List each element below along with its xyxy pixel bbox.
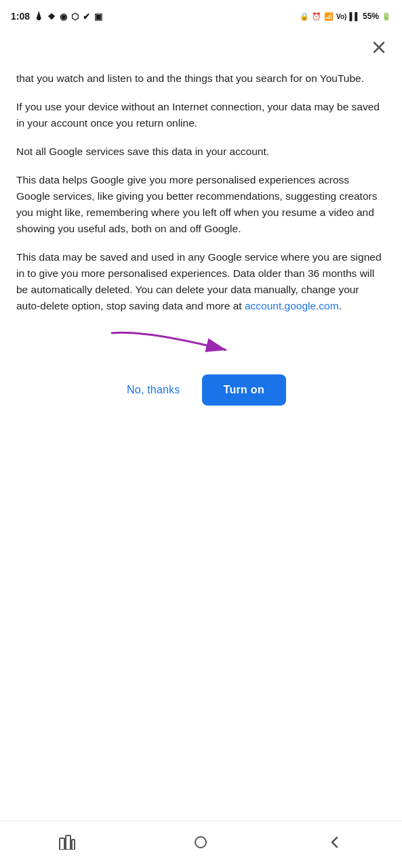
- status-bar-right: 🔒 ⏰ 📶 Vo) ▌▌ 55% 🔋: [300, 12, 391, 21]
- paragraph-4: This data helps Google give you more per…: [16, 172, 386, 237]
- battery-icon: 🔋: [382, 12, 391, 21]
- bottom-actions: No, thanks Turn on: [0, 364, 402, 419]
- wifi-icon: 📶: [324, 12, 334, 21]
- paragraph-5-end: .: [339, 300, 342, 311]
- recent-apps-button[interactable]: [47, 827, 87, 857]
- home-button[interactable]: [180, 827, 221, 857]
- checkmark-icon: ✔: [83, 12, 90, 22]
- alarm-icon: ⏰: [312, 12, 321, 21]
- lte-icon: Vo): [336, 13, 346, 20]
- status-bar: 1:08 🌢 ❖ ◉ ⬡ ✔ ▣ 🔒 ⏰ 📶 Vo) ▌▌ 55% 🔋: [0, 0, 402, 30]
- arrow-annotation: [16, 326, 386, 364]
- main-content: that you watch and listen to and the thi…: [0, 65, 402, 314]
- signal-icon: 🌢: [34, 11, 43, 22]
- close-button[interactable]: [367, 35, 391, 60]
- paragraph-5: This data may be saved and used in any G…: [16, 249, 386, 314]
- paragraph-3: Not all Google services save this data i…: [16, 144, 386, 160]
- close-row: [0, 30, 402, 65]
- photo-icon: ▣: [94, 12, 102, 22]
- whatsapp-icon: ◉: [60, 12, 67, 22]
- paragraph-2: If you use your device without an Intern…: [16, 99, 386, 131]
- purple-arrow-svg: [91, 326, 260, 364]
- status-bar-left: 1:08 🌢 ❖ ◉ ⬡ ✔ ▣: [11, 11, 102, 22]
- no-thanks-button[interactable]: No, thanks: [116, 376, 190, 404]
- account-google-link[interactable]: account.google.com: [245, 300, 339, 311]
- back-button[interactable]: [315, 827, 355, 857]
- paragraph-1: that you watch and listen to and the thi…: [16, 70, 386, 87]
- svg-rect-5: [72, 840, 75, 850]
- time: 1:08: [11, 11, 30, 22]
- battery: 55%: [363, 12, 379, 21]
- svg-rect-6: [195, 837, 206, 848]
- signal-bars-icon: ▌▌: [349, 12, 360, 20]
- turn-on-button[interactable]: Turn on: [202, 374, 286, 406]
- instagram-icon: ⬡: [71, 12, 79, 22]
- svg-rect-3: [60, 838, 64, 850]
- svg-rect-4: [66, 836, 71, 850]
- notification-icon: ❖: [47, 12, 56, 22]
- nav-bar: [0, 821, 402, 868]
- lock-icon: 🔒: [300, 12, 309, 21]
